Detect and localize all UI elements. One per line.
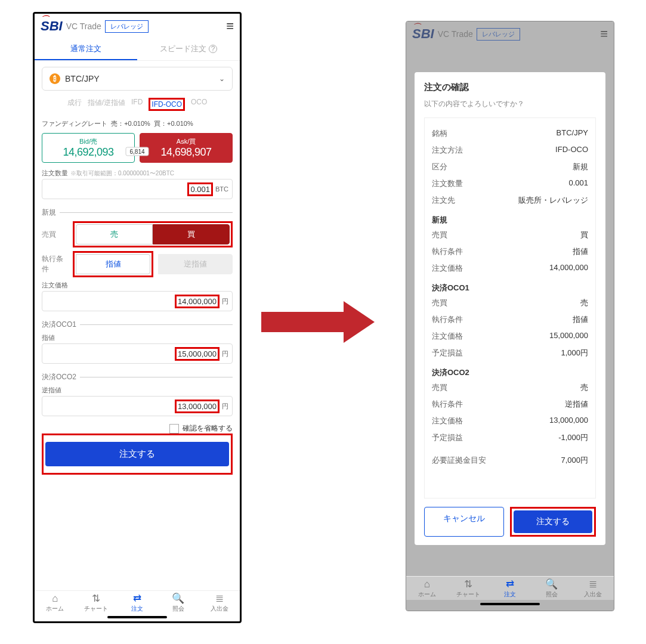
help-icon[interactable]: ? [209,45,217,53]
cond-limit[interactable]: 指値 [76,254,150,274]
method-ifd[interactable]: IFD [131,98,143,111]
side-buy[interactable]: 買 [153,224,230,244]
oco1-limit-label: 指値 [42,333,233,342]
menu-icon[interactable]: ≡ [226,18,234,34]
section-oco2: 決済OCO2 [42,372,233,382]
funds-icon: ≣ [199,593,240,605]
confirm-modal: 注文の確認 以下の内容でよろしいですか？ 銘柄BTC/JPY 注文方法IFD-O… [415,72,605,545]
quote-panel: Bid/売 14,692,093 Ask/買 14,698,907 6,814 [42,133,233,163]
skip-confirm-checkbox[interactable] [169,424,179,434]
leverage-badge[interactable]: レバレッジ [105,20,149,33]
order-entry-screen: ⌒SBI VC Trade レバレッジ ≡ 通常注文 スピード注文? ₿ BTC… [33,12,242,623]
cond-label: 執行条件 [42,254,68,274]
method-oco[interactable]: OCO [191,98,207,111]
side-label: 売買 [42,230,68,240]
funding-rate: ファンディングレート 売：+0.010% 買：+0.010% [42,119,233,128]
bottom-nav-bg: ⌂ホーム ⇅チャート ⇄注文 🔍照会 ≣入出金 [406,576,614,600]
section-oco1: 決済OCO1 [42,320,233,330]
chevron-down-icon: ⌄ [219,75,225,83]
oco2-price-input[interactable]: 13,000,000 円 [42,396,233,416]
chart-icon: ⇅ [76,593,117,605]
cond-stop[interactable]: 逆指値 [158,254,233,274]
qty-input[interactable]: 0.001 BTC [42,179,233,199]
confirm-button[interactable]: 注文する [514,510,592,533]
flow-arrow-icon [261,301,375,343]
tab-speed-order[interactable]: スピード注文? [137,39,240,60]
oco2-stop-label: 逆指値 [42,386,233,395]
bid-panel[interactable]: Bid/売 14,692,093 [42,133,135,163]
tab-normal-order[interactable]: 通常注文 [35,39,137,60]
app-header: ⌒SBI VC Trade レバレッジ ≡ [35,14,240,39]
ask-panel[interactable]: Ask/買 14,698,907 [140,133,233,163]
method-limit[interactable]: 指値/逆指値 [88,98,125,111]
nav-chart[interactable]: ⇅チャート [76,593,117,613]
nav-home[interactable]: ⌂ホーム [35,593,76,613]
qty-label: 注文数量※取引可能範囲：0.00000001〜20BTC [42,169,233,178]
search-icon: 🔍 [157,593,199,605]
order-method-tabs: 成行 指値/逆指値 IFD IFD-OCO OCO [42,98,233,111]
confirm-summary: 銘柄BTC/JPY 注文方法IFD-OCO 区分新規 注文数量0.001 注文先… [424,117,596,499]
bottom-nav: ⌂ホーム ⇅チャート ⇄注文 🔍照会 ≣入出金 [35,590,240,614]
nav-inquiry[interactable]: 🔍照会 [157,593,199,613]
oco1-price-input[interactable]: 15,000,000 円 [42,343,233,364]
method-ifdoco[interactable]: IFD-OCO [149,98,185,111]
logo-sbi: ⌒SBI [41,18,63,34]
new-price-label: 注文価格 [42,281,233,290]
side-sell[interactable]: 売 [76,224,153,244]
pair-symbol: BTC/JPY [65,74,100,83]
confirm-subtitle: 以下の内容でよろしいですか？ [424,99,596,109]
cancel-button[interactable]: キャンセル [424,507,504,537]
confirm-title: 注文の確認 [424,82,596,93]
nav-order[interactable]: ⇄注文 [117,593,158,613]
method-market[interactable]: 成行 [67,98,82,111]
spread-value: 6,814 [125,147,149,156]
order-icon: ⇄ [117,593,158,605]
section-new: 新規 [42,208,233,218]
submit-button[interactable]: 注文する [45,442,229,466]
order-mode-tabs: 通常注文 スピード注文? [35,39,240,61]
new-price-input[interactable]: 14,000,000 円 [42,291,233,311]
skip-confirm-row[interactable]: 確認を省略する [42,423,233,434]
home-icon: ⌂ [35,593,76,605]
home-indicator [107,616,167,618]
order-confirm-screen: ⌒SBI VC Trade レバレッジ ≡ 注文の確認 以下の内容でよろしいです… [406,21,614,611]
logo-vctrade: VC Trade [66,21,101,31]
pair-selector[interactable]: ₿ BTC/JPY ⌄ [42,67,233,91]
nav-funds[interactable]: ≣入出金 [199,593,240,613]
home-indicator [480,603,540,605]
btc-icon: ₿ [50,73,60,84]
